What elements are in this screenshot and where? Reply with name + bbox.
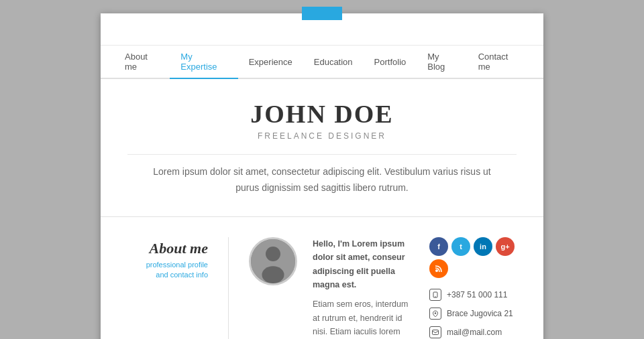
contact-email: mail@mail.com bbox=[429, 326, 523, 338]
hero-divider bbox=[127, 154, 517, 155]
about-sidebar-subtitle: professional profileand contact info bbox=[121, 260, 208, 281]
logo-area bbox=[302, 7, 342, 20]
hero-name: JOHN DOE bbox=[127, 99, 517, 129]
social-facebook[interactable]: f bbox=[429, 237, 448, 256]
nav-portfolio[interactable]: Portfolio bbox=[364, 45, 417, 78]
contact-phone: +387 51 000 111 bbox=[429, 289, 523, 301]
nav-bar: About me My Expertise Experience Educati… bbox=[101, 46, 543, 79]
email-icon bbox=[429, 326, 441, 338]
nav-education[interactable]: Education bbox=[303, 45, 364, 78]
about-sidebar: About me professional profileand contact… bbox=[121, 237, 208, 281]
about-divider bbox=[228, 237, 229, 339]
social-googleplus[interactable]: g+ bbox=[496, 237, 515, 256]
svg-point-6 bbox=[435, 312, 436, 314]
avatar-area bbox=[249, 237, 299, 285]
nav-experience[interactable]: Experience bbox=[238, 45, 303, 78]
nav-contact[interactable]: Contact me bbox=[468, 45, 530, 78]
top-bar bbox=[101, 13, 543, 46]
svg-point-2 bbox=[262, 266, 284, 283]
phone-number: +387 51 000 111 bbox=[447, 290, 507, 299]
avatar-image bbox=[251, 237, 295, 285]
rss-icon bbox=[435, 265, 443, 273]
about-body: Etiam sem eros, interdum at rutrum et, h… bbox=[313, 299, 408, 339]
hero-description: Lorem ipsum dolor sit amet, consectetur … bbox=[141, 164, 503, 196]
about-inner: About me professional profileand contact… bbox=[121, 237, 523, 339]
svg-point-1 bbox=[266, 247, 280, 261]
phone-icon bbox=[429, 289, 441, 301]
nav-about[interactable]: About me bbox=[114, 45, 170, 78]
social-rss[interactable] bbox=[429, 259, 448, 278]
svg-rect-7 bbox=[433, 330, 439, 334]
contact-sidebar: f t in g+ bbox=[423, 237, 523, 339]
about-section: About me professional profileand contact… bbox=[101, 217, 543, 339]
hero-title: FREELANCE DESIGNER bbox=[127, 131, 517, 141]
svg-point-3 bbox=[435, 269, 438, 272]
address-text: Brace Jugovica 21 bbox=[447, 309, 513, 318]
logo-block bbox=[302, 7, 342, 20]
about-text: Hello, I'm Lorem ipsum dolor sit amet, c… bbox=[313, 237, 409, 339]
about-intro: Hello, I'm Lorem ipsum dolor sit amet, c… bbox=[313, 237, 409, 293]
location-icon bbox=[429, 308, 441, 320]
svg-rect-5 bbox=[435, 296, 436, 297]
hero-section: JOHN DOE FREELANCE DESIGNER Lorem ipsum … bbox=[101, 79, 543, 217]
social-icons: f t in g+ bbox=[429, 237, 523, 278]
email-text: mail@mail.com bbox=[447, 328, 502, 337]
social-twitter[interactable]: t bbox=[451, 237, 470, 256]
page-wrapper: About me My Expertise Experience Educati… bbox=[101, 13, 543, 339]
contact-address: Brace Jugovica 21 bbox=[429, 308, 523, 320]
avatar bbox=[249, 237, 297, 285]
nav-blog[interactable]: My Blog bbox=[417, 45, 467, 78]
social-linkedin[interactable]: in bbox=[474, 237, 492, 256]
about-sidebar-title: About me bbox=[121, 240, 208, 257]
about-content: Hello, I'm Lorem ipsum dolor sit amet, c… bbox=[313, 237, 409, 339]
nav-expertise[interactable]: My Expertise bbox=[170, 46, 237, 79]
